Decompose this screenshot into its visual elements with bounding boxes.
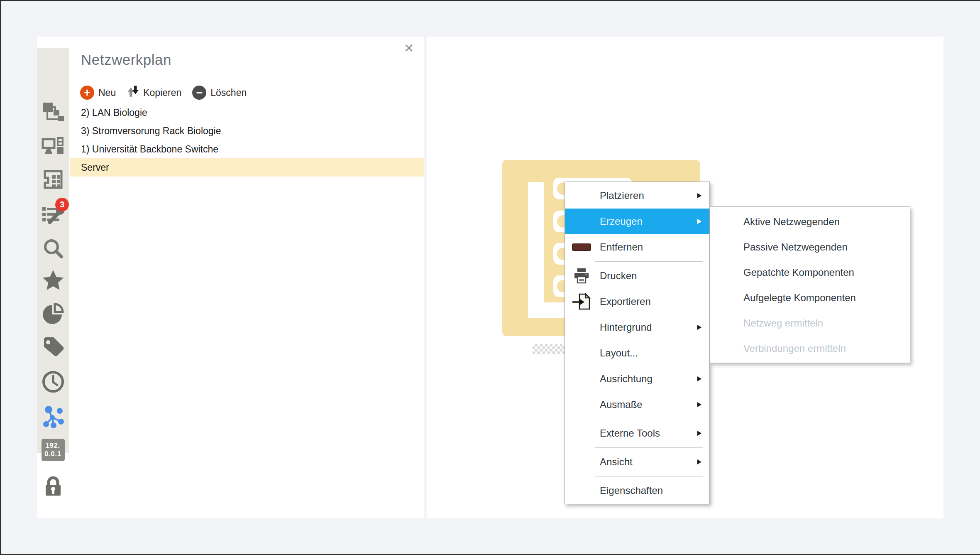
network-plan-icon[interactable] <box>42 101 65 124</box>
submenu-item-passive-netzwegenden[interactable]: Passive Netzwegenden <box>710 234 910 260</box>
list-item[interactable]: 3) Stromversorung Rack Biologie <box>70 122 424 140</box>
submenu-item-aufgelegte-komponenten[interactable]: Aufgelegte Komponenten <box>710 285 910 310</box>
menu-item-platzieren[interactable]: Platzieren <box>565 183 709 209</box>
copy-button-label: Kopieren <box>143 87 181 98</box>
window-frame-top <box>0 0 980 1</box>
menu-item-erzeugen[interactable]: Erzeugen <box>565 209 709 234</box>
sidebar: 192. 0.0.1 3 <box>37 48 69 453</box>
submenu-item-gepatchte-komponenten[interactable]: Gepatchte Komponenten <box>710 260 910 285</box>
search-icon[interactable] <box>42 238 65 261</box>
menu-item-ansicht[interactable]: Ansicht <box>565 449 709 475</box>
floor-plan-icon[interactable] <box>42 168 65 191</box>
list-item[interactable]: 2) LAN Biologie <box>70 103 424 122</box>
window-frame-left <box>0 0 1 555</box>
notification-badge: 3 <box>55 198 69 211</box>
submenu-item-aktive-netzwegenden[interactable]: Aktive Netzwegenden <box>710 209 910 234</box>
network-graph-icon[interactable] <box>42 405 65 428</box>
ip-line-2: 0.0.1 <box>44 450 61 458</box>
menu-item-hintergrund[interactable]: Hintergrund <box>565 314 709 340</box>
submenu-arrow-icon <box>697 325 701 330</box>
menu-separator <box>595 419 703 419</box>
menu-separator <box>595 476 703 476</box>
submenu-item-verbindungen-ermitteln: Verbindungen ermitteln <box>710 336 910 361</box>
submenu-arrow-icon <box>697 193 701 198</box>
netzwerkplan-panel: 192. 0.0.1 3 Netzwerkplan ✕ + Neu <box>37 37 424 518</box>
export-icon <box>570 293 593 310</box>
menu-separator <box>595 261 703 262</box>
copy-arrows-icon <box>127 84 139 101</box>
menu-item-ausrichtung[interactable]: Ausrichtung <box>565 366 709 392</box>
menu-separator <box>595 447 703 448</box>
submenu-arrow-icon <box>697 431 701 436</box>
copy-button[interactable]: Kopieren <box>127 84 181 101</box>
star-icon[interactable] <box>42 269 65 292</box>
ip-line-1: 192. <box>46 442 60 450</box>
panel-toolbar: + Neu Kopieren − Löschen <box>80 84 247 101</box>
delete-button[interactable]: − Löschen <box>192 86 247 100</box>
list-item-selected[interactable]: Server <box>70 158 424 177</box>
submenu-arrow-icon <box>697 376 701 381</box>
menu-item-eigenschaften[interactable]: Eigenschaften <box>565 478 709 503</box>
list-item[interactable]: 1) Universität Backbone Switche <box>70 140 424 158</box>
submenu-item-netzweg-ermitteln: Netzweg ermitteln <box>710 310 910 336</box>
new-button-label: Neu <box>98 87 116 98</box>
submenu-arrow-icon <box>697 402 701 407</box>
close-icon[interactable]: ✕ <box>404 42 414 54</box>
plus-icon: + <box>80 86 94 100</box>
new-button[interactable]: + Neu <box>80 86 116 100</box>
submenu-arrow-icon <box>697 459 701 464</box>
menu-item-externe-tools[interactable]: Externe Tools <box>565 420 709 446</box>
menu-item-drucken[interactable]: Drucken <box>565 263 709 289</box>
erzeugen-submenu: Aktive Netzwegenden Passive Netzwegenden… <box>710 206 910 363</box>
workstation-icon[interactable] <box>42 135 65 158</box>
clock-icon[interactable] <box>42 370 65 393</box>
remove-icon <box>570 243 593 251</box>
menu-item-entfernen[interactable]: Entfernen <box>565 234 709 260</box>
lock-icon[interactable] <box>42 474 65 498</box>
submenu-arrow-icon <box>697 219 701 224</box>
context-menu: Platzieren Erzeugen Entfernen Drucken <box>565 182 710 504</box>
page-title: Netzwerkplan <box>81 52 171 68</box>
ip-address-icon[interactable]: 192. 0.0.1 <box>42 438 65 462</box>
menu-item-exportieren[interactable]: Exportieren <box>565 289 709 314</box>
server-shape-bracket <box>528 182 544 318</box>
selection-label-placeholder <box>533 344 565 354</box>
printer-icon <box>570 267 593 285</box>
delete-button-label: Löschen <box>210 87 247 98</box>
tag-icon[interactable] <box>42 335 65 359</box>
menu-item-layout[interactable]: Layout... <box>565 340 709 366</box>
menu-item-ausmasse[interactable]: Ausmaße <box>565 392 709 417</box>
network-plan-list: 2) LAN Biologie 3) Stromversorung Rack B… <box>70 103 424 177</box>
pie-chart-icon[interactable] <box>42 302 65 325</box>
minus-icon: − <box>192 86 206 100</box>
